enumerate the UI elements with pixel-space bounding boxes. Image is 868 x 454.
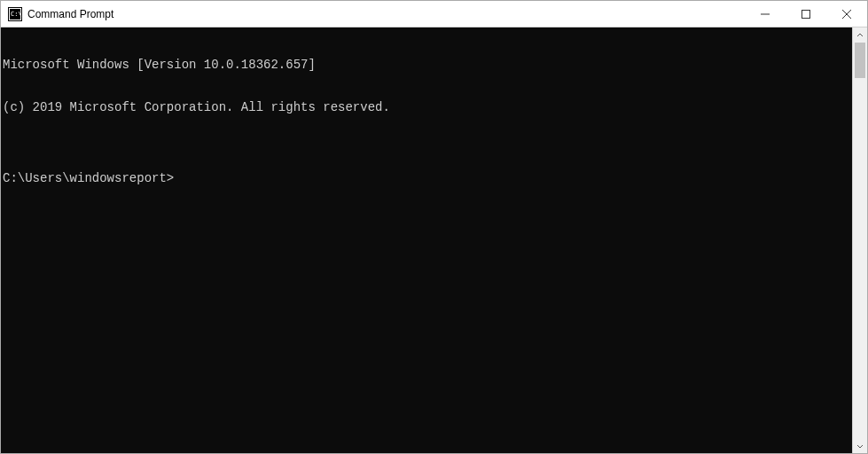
minimize-icon [761,10,770,19]
maximize-icon [802,10,810,19]
terminal-output[interactable]: Microsoft Windows [Version 10.0.18362.65… [1,27,852,453]
close-button[interactable] [826,1,867,27]
terminal-prompt[interactable]: C:\Users\windowsreport> [3,171,852,185]
close-icon [842,10,851,19]
chevron-down-icon [856,442,864,450]
client-area: Microsoft Windows [Version 10.0.18362.65… [1,27,867,453]
svg-rect-4 [761,13,770,14]
command-prompt-window: C:\ Command Prompt [0,0,868,454]
cmd-icon: C:\ [8,7,22,21]
scroll-thumb[interactable] [855,43,865,78]
terminal-line: (c) 2019 Microsoft Corporation. All righ… [3,100,852,114]
terminal-line: Microsoft Windows [Version 10.0.18362.65… [3,58,852,72]
window-controls [745,1,867,27]
scroll-down-button[interactable] [853,438,867,453]
svg-rect-5 [802,10,810,18]
minimize-button[interactable] [745,1,786,27]
titlebar[interactable]: C:\ Command Prompt [1,1,867,27]
vertical-scrollbar[interactable] [852,27,867,453]
chevron-up-icon [856,32,864,39]
scroll-track[interactable] [853,43,867,438]
window-title: Command Prompt [27,8,113,20]
scroll-up-button[interactable] [853,27,867,43]
svg-text:C:\: C:\ [11,11,22,18]
maximize-button[interactable] [786,1,826,27]
